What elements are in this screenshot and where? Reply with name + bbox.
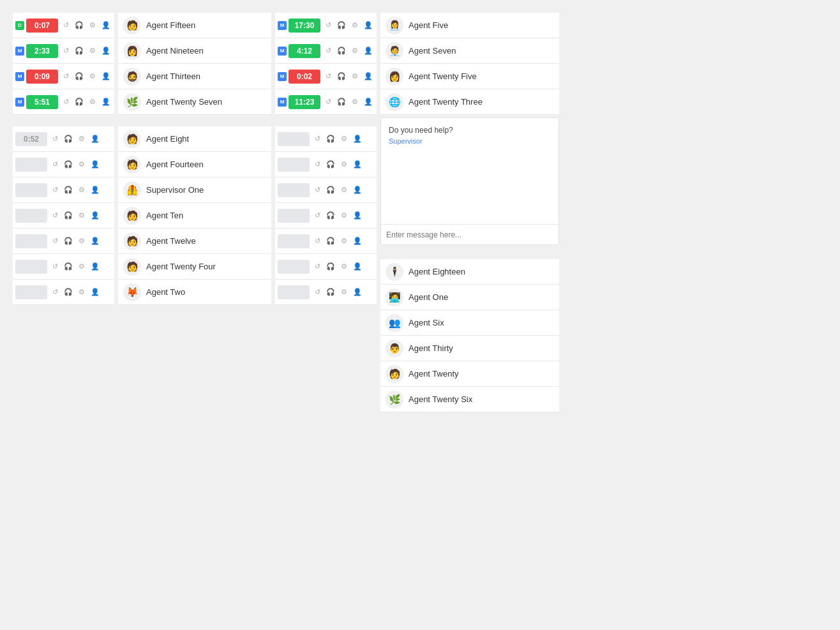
headset-icon[interactable]: 🎧 [63,159,74,170]
refresh-icon[interactable]: ↺ [311,184,323,196]
settings-icon[interactable]: ⚙ [338,236,350,247]
user-icon[interactable]: 👤 [352,159,363,170]
settings-icon[interactable]: ⚙ [338,159,350,170]
user-icon[interactable]: 👤 [89,236,101,247]
avatar: 🧑‍💼 [386,42,403,60]
settings-icon[interactable]: ⚙ [338,133,350,145]
headset-icon[interactable]: 🎧 [73,45,85,57]
headset-icon[interactable]: 🎧 [73,96,85,108]
refresh-icon[interactable]: ↺ [49,236,61,247]
status-badge: M [278,98,287,107]
headset-icon[interactable]: 🎧 [63,184,74,196]
headset-icon[interactable]: 🎧 [63,236,74,247]
settings-icon[interactable]: ⚙ [76,261,87,273]
user-icon[interactable]: 👤 [100,45,112,57]
user-icon[interactable]: 👤 [363,96,374,108]
refresh-icon[interactable]: ↺ [322,96,334,108]
refresh-icon[interactable]: ↺ [311,261,323,273]
headset-icon[interactable]: 🎧 [73,71,85,82]
headset-icon[interactable]: 🎧 [336,71,347,82]
headset-icon[interactable]: 🎧 [336,96,347,108]
timer-row: ↺🎧⚙👤 [13,254,114,280]
headset-icon[interactable]: 🎧 [325,159,336,170]
refresh-icon[interactable]: ↺ [49,210,61,221]
refresh-icon[interactable]: ↺ [49,133,61,145]
refresh-icon[interactable]: ↺ [322,20,334,31]
settings-icon[interactable]: ⚙ [87,20,98,31]
user-icon[interactable]: 👤 [100,20,112,31]
headset-icon[interactable]: 🎧 [325,184,336,196]
refresh-icon[interactable]: ↺ [322,71,334,82]
settings-icon[interactable]: ⚙ [338,261,350,273]
refresh-icon[interactable]: ↺ [311,236,323,247]
user-icon[interactable]: 👤 [352,287,363,298]
headset-icon[interactable]: 🎧 [325,287,336,298]
timer-row: M4:12↺🎧⚙👤 [275,38,377,64]
settings-icon[interactable]: ⚙ [338,210,350,221]
refresh-icon[interactable]: ↺ [49,287,61,298]
user-icon[interactable]: 👤 [352,184,363,196]
settings-icon[interactable]: ⚙ [76,236,87,247]
refresh-icon[interactable]: ↺ [49,184,61,196]
headset-icon[interactable]: 🎧 [325,133,336,145]
headset-icon[interactable]: 🎧 [325,210,336,221]
settings-icon[interactable]: ⚙ [76,184,87,196]
headset-icon[interactable]: 🎧 [63,261,74,273]
user-icon[interactable]: 👤 [352,210,363,221]
chat-panel: Do you need help?Supervisor [380,117,559,245]
settings-icon[interactable]: ⚙ [338,184,350,196]
settings-icon[interactable]: ⚙ [87,71,98,82]
refresh-icon[interactable]: ↺ [60,71,71,82]
headset-icon[interactable]: 🎧 [63,133,74,145]
settings-icon[interactable]: ⚙ [338,287,350,298]
headset-icon[interactable]: 🎧 [63,210,74,221]
refresh-icon[interactable]: ↺ [60,45,71,57]
headset-icon[interactable]: 🎧 [63,287,74,298]
user-icon[interactable]: 👤 [100,96,112,108]
user-icon[interactable]: 👤 [89,184,101,196]
settings-icon[interactable]: ⚙ [76,210,87,221]
refresh-icon[interactable]: ↺ [311,287,323,298]
settings-icon[interactable]: ⚙ [87,45,98,57]
headset-icon[interactable]: 🎧 [325,236,336,247]
refresh-icon[interactable]: ↺ [322,45,334,57]
refresh-icon[interactable]: ↺ [311,133,323,145]
headset-icon[interactable]: 🎧 [325,261,336,273]
agent-name-label: Agent Fourteen [146,160,204,169]
avatar: 🌐 [386,93,403,111]
refresh-icon[interactable]: ↺ [60,96,71,108]
user-icon[interactable]: 👤 [89,159,101,170]
user-icon[interactable]: 👤 [352,261,363,273]
user-icon[interactable]: 👤 [363,45,374,57]
user-icon[interactable]: 👤 [89,261,101,273]
refresh-icon[interactable]: ↺ [49,261,61,273]
refresh-icon[interactable]: ↺ [311,210,323,221]
left-section: D0:07↺🎧⚙👤M2:33↺🎧⚙👤M0:09↺🎧⚙👤M5:51↺🎧⚙👤0:52… [13,13,114,617]
settings-icon[interactable]: ⚙ [76,159,87,170]
user-icon[interactable]: 👤 [352,133,363,145]
settings-icon[interactable]: ⚙ [87,96,98,108]
user-icon[interactable]: 👤 [352,236,363,247]
user-icon[interactable]: 👤 [363,20,374,31]
settings-icon[interactable]: ⚙ [349,71,361,82]
chat-input[interactable] [386,230,553,239]
timer-badge [278,158,310,172]
avatar: 🕴 [386,263,403,281]
refresh-icon[interactable]: ↺ [311,159,323,170]
settings-icon[interactable]: ⚙ [349,45,361,57]
headset-icon[interactable]: 🎧 [73,20,85,31]
user-icon[interactable]: 👤 [89,287,101,298]
settings-icon[interactable]: ⚙ [349,96,361,108]
headset-icon[interactable]: 🎧 [336,45,347,57]
avatar: 🧑 [123,207,141,225]
headset-icon[interactable]: 🎧 [336,20,347,31]
settings-icon[interactable]: ⚙ [349,20,361,31]
refresh-icon[interactable]: ↺ [49,159,61,170]
settings-icon[interactable]: ⚙ [76,133,87,145]
user-icon[interactable]: 👤 [100,71,112,82]
refresh-icon[interactable]: ↺ [60,20,71,31]
settings-icon[interactable]: ⚙ [76,287,87,298]
user-icon[interactable]: 👤 [89,210,101,221]
user-icon[interactable]: 👤 [363,71,374,82]
user-icon[interactable]: 👤 [89,133,101,145]
